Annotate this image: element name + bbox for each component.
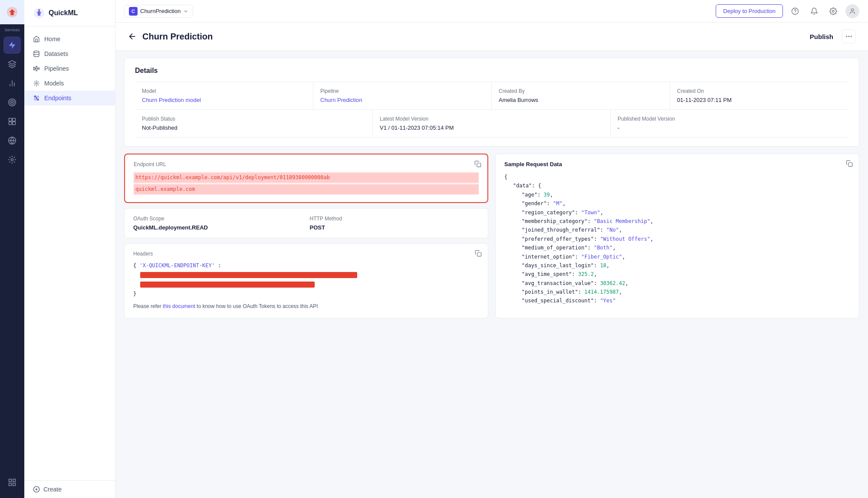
endpoint-area: Endpoint URL https://quickml.example.com… [124,154,859,318]
method-card: OAuth Scope QuickML.deployment.READ HTTP… [124,208,488,238]
icon-bar-bottom [3,474,21,498]
svg-point-35 [848,36,850,37]
svg-point-23 [34,96,36,97]
main-content: C ChurnPrediction Deploy to Production [115,0,868,498]
icon-bar-items [0,36,24,168]
sidebar-nav: Home Datasets Pipelines Models Endpoints [24,26,115,480]
nav-icon-target[interactable] [3,94,21,111]
publish-button[interactable]: Publish [806,31,837,42]
svg-point-25 [37,99,39,101]
nav-icon-grid[interactable] [3,474,21,491]
sample-request-title: Sample Request Data [504,161,850,167]
nav-datasets[interactable]: Datasets [24,46,115,61]
bell-button[interactable] [807,4,821,18]
endpoint-left: Endpoint URL https://quickml.example.com… [124,154,488,318]
header-key-label: 'X-QUICKML-ENDPOINT-KEY' [139,262,214,269]
page-title: Churn Prediction [142,32,213,42]
detail-model: Model Churn Prediction model [135,82,313,110]
svg-rect-5 [13,118,16,121]
svg-rect-13 [13,483,16,486]
endpoint-url-card: Endpoint URL https://quickml.example.com… [124,154,488,203]
headers-content: { 'X-QUICKML-ENDPOINT-KEY' : [133,261,479,298]
sidebar-footer: Create [24,480,115,498]
nav-models[interactable]: Models [24,76,115,91]
project-letter: C [129,7,138,16]
details-grid-row2: Publish Status Not-Published Latest Mode… [135,110,848,138]
nav-icon-globe[interactable] [3,132,21,149]
detail-pipeline: Pipeline Churn Prediction [313,82,492,110]
svg-rect-17 [33,67,35,70]
doc-link[interactable]: this document [163,303,195,309]
svg-rect-11 [13,479,16,482]
more-options-button[interactable] [842,29,856,43]
topbar-right: Deploy to Production [716,4,859,18]
svg-rect-39 [848,163,852,167]
svg-point-15 [38,9,40,11]
detail-created-by: Created By Amelia Burrows [492,82,670,110]
svg-point-9 [11,159,13,161]
nav-pipelines[interactable]: Pipelines [24,61,115,76]
endpoint-url: https://quickml.example.com/api/v1/deplo… [134,172,479,195]
http-method-section: HTTP Method POST [310,216,480,231]
project-selector[interactable]: C ChurnPrediction [124,5,193,18]
svg-point-29 [792,8,799,14]
svg-rect-6 [9,122,12,125]
details-section: Details Model Churn Prediction model Pip… [124,58,859,147]
app-logo [0,0,24,24]
oauth-section: OAuth Scope QuickML.deployment.READ [133,216,303,231]
copy-sample-button[interactable] [846,160,853,167]
svg-point-32 [851,9,853,11]
nav-icon-chart[interactable] [3,75,21,92]
detail-published-version: Published Model Version - [611,110,848,138]
settings-button[interactable] [826,4,840,18]
model-link[interactable]: Churn Prediction model [142,97,306,103]
svg-point-22 [36,82,37,84]
nav-icon-quickml[interactable] [3,113,21,130]
svg-point-36 [851,36,852,37]
user-avatar[interactable] [845,4,859,18]
topbar: C ChurnPrediction Deploy to Production [115,0,868,23]
svg-rect-4 [9,118,12,121]
svg-rect-19 [38,68,39,69]
sample-request-card: Sample Request Data { "data": { "age": 3… [495,154,859,318]
chevron-down-icon [183,9,188,14]
nav-endpoints[interactable]: Endpoints [24,91,115,105]
svg-rect-37 [477,163,481,167]
svg-point-1 [9,99,16,106]
svg-point-31 [832,10,835,12]
nav-icon-lightning[interactable] [3,36,21,54]
svg-point-16 [34,51,39,52]
svg-rect-10 [9,479,12,482]
create-button[interactable]: Create [33,486,106,493]
sidebar-brand: QuickML [24,0,115,26]
page-header-left: Churn Prediction [128,32,213,42]
svg-rect-38 [477,252,481,256]
copy-url-button[interactable] [474,161,481,167]
svg-rect-18 [36,66,37,71]
back-button[interactable] [128,32,137,41]
details-title: Details [135,67,848,75]
headers-card: Headers { 'X-QUICKML-ENDPOINT-KEY' : [124,243,488,318]
detail-latest-version: Latest Model Version V1 / 01-11-2023 07:… [373,110,611,138]
nav-icon-settings2[interactable] [3,151,21,168]
project-name: ChurnPrediction [140,8,181,14]
detail-publish-status: Publish Status Not-Published [135,110,373,138]
deploy-button[interactable]: Deploy to Production [716,4,783,18]
quickml-logo [33,7,45,19]
page-header: Churn Prediction Publish [115,23,868,51]
svg-rect-7 [13,122,16,125]
sample-json: { "data": { "age": 39, "gender": "M", "r… [504,173,850,305]
svg-rect-12 [9,483,12,486]
pipeline-link[interactable]: Churn Prediction [320,97,484,103]
nav-home[interactable]: Home [24,32,115,46]
svg-point-34 [846,36,847,37]
detail-created-on: Created On 01-11-2023 07:11 PM [670,82,848,110]
services-label: Services [0,26,24,34]
page-header-right: Publish [806,29,856,43]
page-content: Churn Prediction Publish Details Model C… [115,23,868,498]
copy-headers-button[interactable] [475,250,482,257]
help-button[interactable] [788,4,802,18]
nav-icon-layers[interactable] [3,56,21,73]
details-grid-row1: Model Churn Prediction model Pipeline Ch… [135,82,848,110]
svg-point-3 [11,102,13,103]
